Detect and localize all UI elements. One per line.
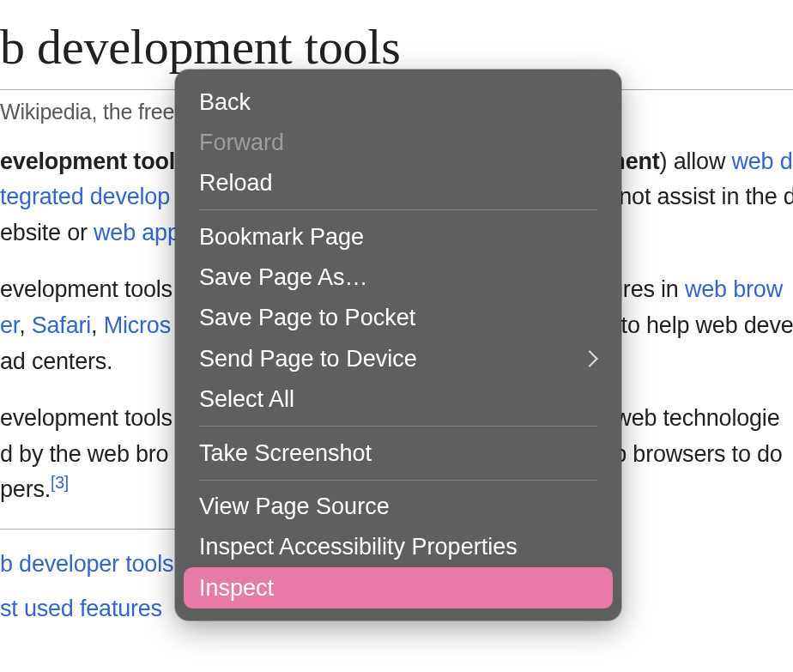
menu-bookmark-page[interactable]: Bookmark Page	[184, 216, 613, 257]
text-fragment: eb browsers to do	[601, 441, 782, 467]
menu-item-label: Save Page to Pocket	[199, 304, 415, 331]
text-fragment: d by the web bro	[0, 441, 168, 467]
menu-item-label: Send Page to Device	[199, 345, 417, 372]
menu-inspect[interactable]: Inspect	[184, 567, 613, 608]
menu-item-label: Inspect	[199, 574, 274, 602]
link-safari[interactable]: Safari	[32, 312, 91, 338]
text-fragment: s to help web deve	[603, 312, 793, 338]
text-fragment: ) allow	[660, 148, 732, 174]
menu-view-page-source[interactable]: View Page Source	[184, 487, 613, 527]
menu-back[interactable]: Back	[184, 82, 613, 122]
bold-term: evelopment tools	[0, 148, 188, 174]
link-web-browsers[interactable]: web brow	[685, 276, 783, 302]
text-fragment: ,	[91, 312, 104, 338]
text-fragment: pers.	[0, 476, 51, 502]
menu-save-to-pocket[interactable]: Save Page to Pocket	[184, 298, 613, 338]
menu-send-to-device[interactable]: Send Page to Device	[184, 338, 613, 378]
menu-separator	[199, 480, 597, 481]
text-fragment: not assist in the d	[613, 184, 793, 209]
menu-inspect-accessibility[interactable]: Inspect Accessibility Properties	[184, 527, 613, 567]
menu-item-label: Inspect Accessibility Properties	[199, 533, 518, 560]
text-fragment: evelopment tools	[0, 276, 173, 302]
menu-reload[interactable]: Reload	[184, 163, 613, 203]
menu-item-label: Reload	[199, 169, 273, 197]
text-fragment: ,	[19, 312, 32, 338]
context-menu: Back Forward Reload Bookmark Page Save P…	[175, 70, 621, 621]
menu-forward: Forward	[184, 122, 613, 162]
reference-3[interactable]: [3]	[51, 473, 69, 492]
menu-item-label: Bookmark Page	[199, 223, 364, 251]
menu-item-label: View Page Source	[199, 493, 390, 520]
menu-separator	[199, 209, 597, 210]
text-fragment: ebsite or	[0, 220, 94, 245]
menu-separator	[199, 426, 597, 427]
link-web-app[interactable]: web app	[94, 220, 180, 245]
menu-item-label: Select All	[199, 385, 294, 413]
chevron-right-icon	[581, 350, 598, 367]
link-web-developers[interactable]: web d	[732, 148, 793, 174]
text-fragment: ad centers.	[0, 348, 112, 374]
link-integrated-dev-env[interactable]: tegrated develop	[0, 184, 170, 209]
link-microsoft[interactable]: Micros	[104, 312, 171, 338]
menu-item-label: Forward	[199, 129, 284, 156]
menu-take-screenshot[interactable]: Take Screenshot	[184, 433, 613, 473]
link-ie[interactable]: er	[0, 312, 19, 338]
menu-save-page-as[interactable]: Save Page As…	[184, 257, 613, 298]
menu-item-label: Take Screenshot	[199, 439, 372, 467]
menu-select-all[interactable]: Select All	[184, 379, 613, 420]
menu-item-label: Save Page As…	[199, 263, 368, 291]
text-fragment: evelopment tools	[0, 405, 173, 431]
menu-item-label: Back	[199, 88, 251, 116]
